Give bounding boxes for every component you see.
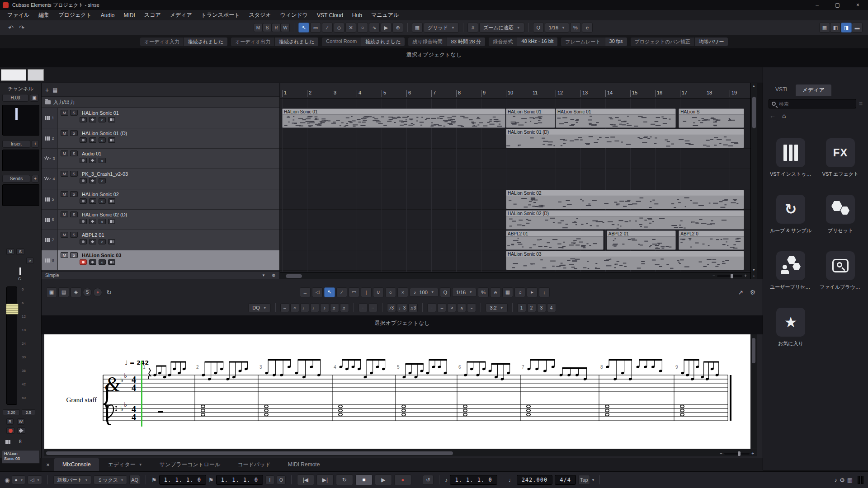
- left-locator-display[interactable]: 1. 1. 1. 0: [159, 475, 206, 485]
- timeline-ruler[interactable]: 12345678910111213141516171819: [280, 83, 750, 99]
- track-mute-button[interactable]: M: [61, 171, 68, 177]
- channel-edit-icon[interactable]: ▣: [30, 94, 39, 102]
- score-canvas[interactable]: {&♭♭♭♭4444♩ = 242Grand staff123456789: [44, 334, 750, 449]
- track-monitor-button[interactable]: [89, 239, 96, 244]
- track-visibility-icon[interactable]: ▤: [52, 87, 57, 93]
- draw-tool[interactable]: ∕: [336, 287, 347, 297]
- menu-item-3[interactable]: Audio: [96, 11, 119, 20]
- comment-tool[interactable]: ⊕: [392, 23, 403, 33]
- voice-1-button[interactable]: 1: [517, 303, 526, 312]
- midi-clip[interactable]: ABPL2 0: [679, 230, 744, 250]
- track-mute-button[interactable]: M: [61, 130, 68, 136]
- punch-in-button[interactable]: I: [265, 475, 274, 484]
- track-solo-button[interactable]: S: [70, 191, 78, 197]
- position-display[interactable]: 1. 1. 1. 0: [450, 475, 497, 485]
- auto-quantize-button[interactable]: AQ: [129, 475, 140, 485]
- play-button[interactable]: ▶: [375, 474, 392, 485]
- retrospective-record-button[interactable]: ↺: [423, 475, 434, 485]
- right-locator-display[interactable]: 1. 1. 1. 0: [216, 475, 263, 485]
- tempo-display[interactable]: 242.000: [517, 475, 553, 485]
- track-mute-button[interactable]: M: [61, 252, 68, 258]
- project-overview-strip[interactable]: [0, 67, 763, 83]
- track-edit-button[interactable]: e: [99, 259, 106, 265]
- erase-tool[interactable]: ◇: [334, 23, 344, 33]
- track-solo-button[interactable]: S: [70, 252, 78, 258]
- track-mute-button[interactable]: M: [61, 232, 68, 238]
- score-zoom-slider[interactable]: [724, 453, 750, 455]
- track-instrument-button[interactable]: [108, 239, 115, 244]
- automation-m-button[interactable]: M: [254, 23, 263, 32]
- window-layout-icon-3[interactable]: ▬: [852, 23, 863, 33]
- channel-solo-button[interactable]: S: [16, 249, 24, 255]
- back-icon[interactable]: ←: [769, 112, 776, 119]
- midi-note-icon[interactable]: ♪: [835, 477, 838, 483]
- editor-left-icon-2[interactable]: ◈: [71, 287, 81, 297]
- media-tile-preset[interactable]: プリセット: [821, 195, 860, 234]
- lower-tab-3[interactable]: コードパッド: [229, 458, 278, 471]
- media-tile-piano[interactable]: VST インストゥルメント: [771, 138, 811, 178]
- track-record-button[interactable]: [80, 219, 87, 224]
- track-mute-button[interactable]: M: [61, 150, 68, 156]
- track-record-button[interactable]: [80, 137, 87, 143]
- midi-clip[interactable]: HALion Sonic 01: [556, 108, 676, 128]
- loop-icon[interactable]: ↻: [104, 287, 114, 297]
- track-record-button[interactable]: [80, 178, 87, 183]
- editor-extra-icon-1[interactable]: ♫: [514, 287, 525, 297]
- track-instrument-button[interactable]: [108, 117, 115, 122]
- track-row[interactable]: 2MSHALion Sonic 01 (D)e: [42, 128, 279, 149]
- sends-label[interactable]: Sends: [2, 175, 30, 183]
- track-instrument-button[interactable]: [108, 137, 115, 143]
- track-record-button[interactable]: [80, 198, 87, 204]
- menu-item-10[interactable]: VST Cloud: [312, 11, 348, 20]
- play-tool[interactable]: ▶: [381, 23, 392, 33]
- acoustic-feedback-icon[interactable]: ◁: [312, 287, 323, 297]
- track-solo-button[interactable]: S: [70, 130, 78, 136]
- lower-tab-4[interactable]: MIDI Remote: [280, 458, 328, 471]
- channel-picture-box[interactable]: [2, 105, 39, 136]
- track-solo-button[interactable]: S: [70, 232, 78, 238]
- scrollbar-thumb[interactable]: [286, 274, 302, 278]
- pointer-tool[interactable]: ↖: [324, 287, 335, 297]
- mute-tool[interactable]: ×: [397, 287, 408, 297]
- track-edit-button[interactable]: e: [99, 178, 106, 183]
- punch-out-button[interactable]: O: [277, 475, 286, 484]
- midi-clip[interactable]: ABPL2 01: [607, 230, 676, 250]
- pan-indicator[interactable]: [19, 267, 21, 275]
- stop-button[interactable]: ■: [355, 474, 373, 485]
- inserts-label[interactable]: Inser.: [2, 140, 30, 148]
- channel-preset-button[interactable]: H.03: [2, 94, 28, 102]
- record-in-editor-button[interactable]: ●: [93, 288, 102, 297]
- midi-clip[interactable]: HALion S: [679, 108, 744, 128]
- half-note-button[interactable]: ♩: [300, 303, 309, 312]
- arrange-vertical-scrollbar[interactable]: ▲ ▼ ＋: [750, 83, 757, 279]
- menu-item-12[interactable]: マニュアル: [367, 10, 403, 20]
- menu-item-9[interactable]: ウィンドウ: [276, 10, 312, 20]
- inserts-add-icon[interactable]: +: [32, 140, 39, 148]
- track-instrument-button[interactable]: [108, 198, 115, 204]
- glue-tool[interactable]: ∪: [373, 287, 384, 297]
- horizontal-zoom-slider[interactable]: [717, 275, 742, 277]
- editor-settings-gear-icon[interactable]: ⚙: [747, 287, 758, 297]
- zoom-out-button[interactable]: −: [720, 451, 722, 456]
- scrollbar-thumb[interactable]: [46, 451, 453, 455]
- mute-tool[interactable]: ✕: [345, 23, 356, 33]
- track-row[interactable]: 8MSHALion Sonic 03e: [42, 250, 279, 271]
- midi-clip[interactable]: HALion Sonic 03: [506, 251, 744, 270]
- home-icon[interactable]: ⌂: [782, 112, 786, 119]
- track-instrument-button[interactable]: [108, 219, 115, 224]
- velocity-dropdown[interactable]: ♪100▼: [410, 288, 439, 297]
- split-tool[interactable]: |: [361, 287, 372, 297]
- track-edit-button[interactable]: e: [99, 158, 106, 163]
- lower-tab-2[interactable]: サンプラーコントロール: [151, 458, 229, 471]
- scroll-up-icon[interactable]: ▲: [751, 84, 757, 88]
- channel-name-box[interactable]: HALion Sonic 03: [2, 450, 40, 464]
- dot-button-1[interactable]: ··: [368, 303, 377, 312]
- channel-monitor-button[interactable]: [17, 427, 25, 434]
- gear-icon[interactable]: ⚙: [840, 477, 845, 483]
- grid-hash-icon[interactable]: #: [467, 23, 478, 33]
- score-vertical-scrollbar[interactable]: [750, 334, 757, 449]
- dot-button-0[interactable]: ·: [359, 303, 368, 312]
- automation-w-button[interactable]: W: [281, 23, 290, 32]
- lower-tab-1[interactable]: エディター▼: [100, 458, 151, 471]
- sixteenth-note-button[interactable]: ♬: [330, 303, 339, 312]
